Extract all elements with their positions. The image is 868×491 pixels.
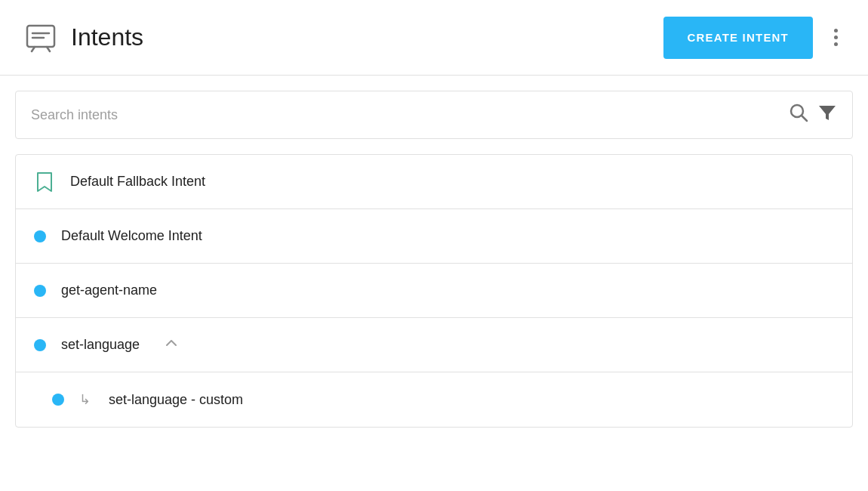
search-icons xyxy=(789,103,837,127)
intent-dot-icon xyxy=(34,339,46,351)
intent-name: Default Fallback Intent xyxy=(70,174,205,190)
svg-marker-5 xyxy=(819,106,836,120)
list-item[interactable]: get-agent-name xyxy=(16,264,852,318)
intent-list: Default Fallback Intent Default Welcome … xyxy=(15,154,853,428)
search-input[interactable] xyxy=(31,107,789,123)
page-title: Intents xyxy=(71,23,143,51)
svg-rect-0 xyxy=(27,26,54,47)
svg-line-4 xyxy=(802,116,807,121)
intent-name: set-language - custom xyxy=(109,392,243,408)
list-item[interactable]: Default Fallback Intent xyxy=(16,155,852,209)
bookmark-icon xyxy=(34,171,55,193)
intent-dot-icon xyxy=(34,230,46,242)
header-right: CREATE INTENT xyxy=(663,17,845,59)
header-left: Intents xyxy=(24,21,143,54)
intent-name: get-agent-name xyxy=(61,283,157,298)
create-intent-button[interactable]: CREATE INTENT xyxy=(663,17,814,59)
list-item[interactable]: Default Welcome Intent xyxy=(16,209,852,264)
intents-chat-icon xyxy=(24,21,57,54)
filter-icon[interactable] xyxy=(817,103,837,127)
intent-name: set-language xyxy=(61,337,140,353)
more-options-icon[interactable] xyxy=(828,23,844,52)
search-icon xyxy=(789,103,808,127)
intent-name: Default Welcome Intent xyxy=(61,228,202,244)
search-bar xyxy=(15,91,853,139)
header: Intents CREATE INTENT xyxy=(0,0,868,76)
intent-dot-icon xyxy=(52,394,64,406)
intent-dot-icon xyxy=(34,285,46,297)
sub-item-arrow-icon: ↳ xyxy=(79,391,91,408)
list-item[interactable]: ↳ set-language - custom xyxy=(16,372,852,427)
chevron-up-icon xyxy=(164,335,179,354)
list-item[interactable]: set-language xyxy=(16,318,852,372)
